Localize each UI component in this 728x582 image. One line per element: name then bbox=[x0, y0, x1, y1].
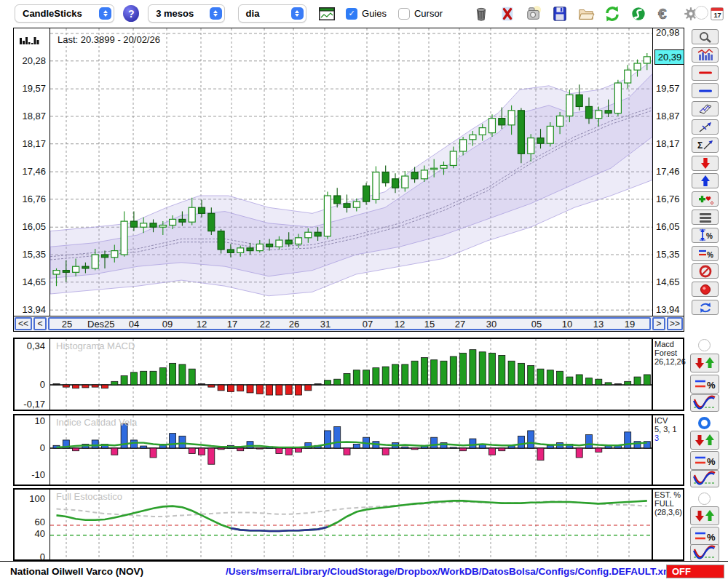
chevron-updown-icon bbox=[210, 7, 222, 20]
svg-text:Σ: Σ bbox=[697, 140, 703, 151]
nav-last-button[interactable]: >> bbox=[667, 317, 683, 330]
status-bar: National Oilwell Varco (NOV) /Users/mser… bbox=[0, 561, 728, 582]
icv-curves-button[interactable] bbox=[690, 470, 719, 487]
calendar-icon[interactable]: 17 bbox=[706, 4, 728, 23]
macd-right-line: 26,12,26 bbox=[654, 357, 683, 366]
trendline-button[interactable] bbox=[692, 119, 719, 135]
icv-right-line: ICV bbox=[654, 416, 683, 425]
percent-lines-icon: % bbox=[692, 453, 717, 469]
date-label: 10 bbox=[555, 319, 579, 330]
arrows-updown-icon bbox=[692, 508, 717, 524]
macd-panel: 0,340-0,17 Histograma MACD Macd Forest 2… bbox=[13, 338, 684, 411]
price-axis-label: 16,76 bbox=[22, 194, 46, 204]
add-marker-icon bbox=[696, 193, 715, 206]
date-axis[interactable]: 25Des2504091217222631071215273005101319 bbox=[48, 317, 651, 330]
date-label: 19 bbox=[617, 319, 642, 330]
blue-line-button[interactable] bbox=[692, 83, 719, 98]
channel-button[interactable] bbox=[692, 101, 719, 116]
macd-panel-radio[interactable] bbox=[698, 339, 711, 351]
euro-icon[interactable]: € bbox=[654, 4, 676, 23]
toolbar: CandleSticks ? 3 mesos dia Guies Cursor … bbox=[0, 0, 728, 27]
svg-text:%: % bbox=[707, 251, 713, 259]
icv-title: Indice Calidad Vela bbox=[56, 417, 137, 428]
date-label: 15 bbox=[417, 319, 442, 330]
date-label: 25 bbox=[55, 319, 79, 330]
sigma-trendline-button[interactable]: Σ bbox=[692, 137, 719, 153]
est-arrows-updown-button[interactable] bbox=[690, 506, 719, 525]
record-button[interactable] bbox=[692, 282, 719, 297]
est-panel-radio[interactable] bbox=[698, 493, 711, 505]
off-button[interactable]: OFF bbox=[666, 565, 724, 578]
macd-axis-label: -0,17 bbox=[23, 399, 45, 410]
list-button[interactable] bbox=[692, 210, 719, 225]
price-axis-label: 14,65 bbox=[656, 276, 680, 287]
left-price-axis: 20,2819,5718,8718,1717,4616,7616,0515,35… bbox=[14, 28, 50, 316]
help-icon[interactable]: ? bbox=[123, 5, 139, 22]
icv-axis-label: -10 bbox=[31, 469, 45, 480]
chart-type-dropdown[interactable]: CandleSticks bbox=[15, 4, 114, 23]
arrow-down-red-button[interactable] bbox=[692, 156, 719, 171]
current-price-tag: 20,39 bbox=[654, 49, 684, 65]
arrow-down-red-icon bbox=[696, 156, 715, 170]
cursor-checkbox[interactable] bbox=[398, 8, 410, 20]
date-label: 12 bbox=[189, 319, 214, 330]
open-folder-icon[interactable] bbox=[575, 4, 597, 23]
arrow-up-blue-button[interactable] bbox=[692, 173, 719, 188]
symbol-name: National Oilwell Varco (NOV) bbox=[10, 566, 143, 577]
camera-icon[interactable] bbox=[523, 4, 545, 23]
forbidden-button[interactable] bbox=[692, 263, 719, 279]
guies-checkbox[interactable] bbox=[346, 8, 357, 20]
macd-arrows-updown-button[interactable] bbox=[690, 354, 719, 372]
price-axis-label: 18,87 bbox=[22, 111, 46, 121]
lines-percent-button[interactable]: % bbox=[692, 246, 719, 261]
sync-icon[interactable] bbox=[628, 4, 649, 23]
chart-type-dropdown-label: CandleSticks bbox=[23, 8, 82, 19]
red-line-button[interactable] bbox=[692, 65, 719, 81]
save-icon[interactable] bbox=[549, 4, 571, 23]
icv-percent-lines-button[interactable]: % bbox=[690, 451, 719, 470]
svg-text:%: % bbox=[707, 532, 716, 543]
record-icon bbox=[696, 283, 715, 296]
add-marker-button[interactable] bbox=[692, 191, 719, 207]
stochastic-settings-label: EST. % FULL (28,3,6) bbox=[652, 490, 683, 559]
curves-icon bbox=[692, 545, 717, 561]
chart-window-icon[interactable] bbox=[317, 4, 337, 23]
price-axis-label: 20,28 bbox=[22, 55, 46, 66]
date-label: 04 bbox=[122, 319, 146, 330]
icv-panel-radio[interactable] bbox=[698, 417, 711, 429]
trash-icon[interactable] bbox=[470, 4, 492, 23]
chevron-updown-icon bbox=[291, 7, 304, 20]
refresh-icon[interactable] bbox=[601, 4, 623, 23]
stochastic-chart[interactable]: Full Estocastico bbox=[50, 490, 652, 559]
stochastic-title: Full Estocastico bbox=[56, 491, 122, 502]
swap-refresh-button[interactable] bbox=[692, 300, 719, 315]
macd-curves-button[interactable] bbox=[690, 394, 719, 412]
icv-chart[interactable]: Indice Calidad Vela bbox=[50, 415, 652, 485]
indicator-panel-button[interactable] bbox=[692, 47, 719, 63]
est-curves-button[interactable] bbox=[690, 544, 719, 562]
config-file-path[interactable]: /Users/mserra/Library/CloudStorage/Dropb… bbox=[226, 566, 675, 577]
price-axis-label: 13,94 bbox=[22, 304, 46, 315]
period-dropdown[interactable]: 3 mesos bbox=[148, 4, 224, 23]
nav-first-button[interactable]: << bbox=[15, 317, 32, 330]
price-axis-label: 16,76 bbox=[656, 194, 680, 204]
zoom-button[interactable] bbox=[692, 29, 719, 44]
histogram-icon[interactable] bbox=[19, 34, 39, 46]
toolbar-radio[interactable] bbox=[695, 6, 708, 20]
date-label: 26 bbox=[282, 319, 306, 330]
date-label: 31 bbox=[313, 319, 338, 330]
macd-right-line: Macd bbox=[654, 340, 683, 348]
price-axis-label: 18,87 bbox=[656, 111, 680, 121]
vertical-percent-button[interactable]: % bbox=[692, 228, 719, 243]
macd-chart[interactable]: Histograma MACD bbox=[50, 339, 652, 410]
icv-arrows-updown-button[interactable] bbox=[690, 431, 719, 450]
sigma-trendline-icon: Σ bbox=[696, 138, 715, 151]
candlestick-chart[interactable]: Last: 20.3899 - 20/02/26 bbox=[50, 28, 653, 316]
nav-prev-button[interactable]: < bbox=[33, 317, 47, 330]
est-percent-lines-button[interactable]: % bbox=[690, 527, 719, 546]
nav-next-button[interactable]: > bbox=[652, 317, 665, 330]
interval-dropdown[interactable]: dia bbox=[238, 4, 306, 23]
channel-icon bbox=[696, 103, 715, 116]
macd-percent-lines-button[interactable]: % bbox=[690, 375, 719, 394]
delete-icon[interactable] bbox=[496, 4, 518, 23]
